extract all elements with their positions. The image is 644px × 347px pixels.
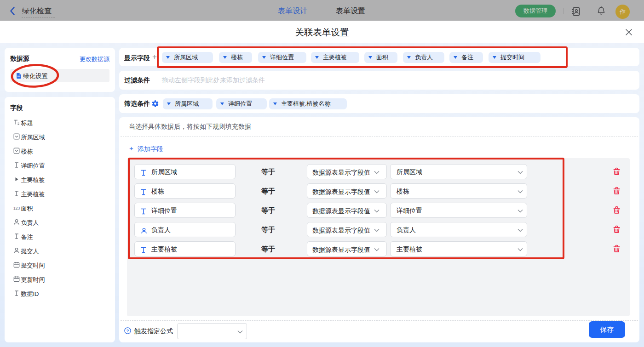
svg-text:123: 123 — [13, 206, 20, 210]
svg-text:?: ? — [126, 328, 129, 333]
